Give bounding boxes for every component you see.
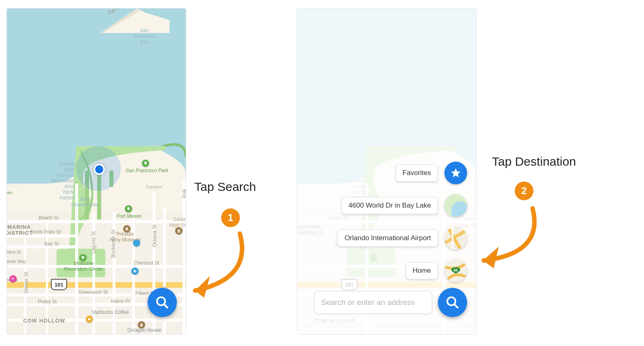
svg-text:85: 85 (454, 268, 458, 272)
callout-step2-arrow (463, 203, 553, 276)
gg-harbor-label: Golden Gate National Recreation Area Yac… (51, 162, 74, 201)
marina-district-label: MARINA DISTRICT (7, 224, 33, 237)
blue-dot-icon (133, 239, 140, 247)
svg-rect-14 (128, 228, 128, 230)
search-button[interactable] (438, 288, 467, 317)
highway-101-shield: 101 (51, 279, 67, 290)
recent-chip-1[interactable]: 4600 World Dr in Bay Lake (342, 197, 438, 214)
food-icon (9, 275, 17, 282)
sf-park-label: San Francisco Park (126, 168, 168, 174)
street-buchanan: Buchanan St (111, 230, 116, 258)
street-northpoint: North Point St (30, 229, 61, 235)
museum-icon (138, 321, 145, 328)
svg-rect-23 (141, 324, 141, 326)
road (92, 212, 95, 334)
callout-step1-arrow (175, 228, 260, 301)
search-placeholder: Search or enter an address (321, 298, 415, 307)
moscone-label: Moscone Recreation Center (64, 261, 103, 272)
road (46, 220, 48, 334)
favorites-chip[interactable]: Favorites (396, 164, 438, 182)
svg-marker-11 (125, 227, 128, 228)
galileo-label: Galileo High Scho (170, 217, 186, 228)
een-label: een (7, 190, 13, 195)
star-icon (450, 167, 461, 179)
map-screen-after: San Francisco Bay Golden Gate National R… (297, 8, 476, 335)
recent-row-1[interactable]: 4600 World Dr in Bay Lake (342, 194, 467, 217)
gas-icon (131, 267, 139, 275)
svg-rect-25 (140, 326, 143, 326)
svg-rect-22 (140, 324, 141, 326)
callout-step1-label: Tap Search (194, 180, 256, 194)
svg-rect-10 (83, 258, 83, 259)
search-input[interactable]: Search or enter an address (314, 291, 432, 314)
recent-chip-2[interactable]: Orlando International Airport (337, 230, 438, 247)
street-octavia: Octavia St (152, 225, 157, 247)
museum-icon (123, 225, 131, 232)
street-bay: Bay St (44, 241, 59, 247)
svg-marker-21 (140, 323, 143, 324)
current-location-dot (94, 164, 105, 175)
svg-rect-27 (88, 318, 90, 320)
bay-label: San Francisco Bay (134, 28, 155, 45)
search-button[interactable] (148, 288, 177, 317)
callout-step2-badge: 2 (515, 182, 533, 200)
octagon-label: Octagon House (127, 328, 161, 333)
road (7, 220, 186, 223)
callout-step1-badge: 1 (221, 208, 240, 227)
recent-row-home[interactable]: Home 85 (406, 259, 467, 282)
svg-rect-26 (134, 270, 135, 272)
starbucks-label: Starbucks Coffee (91, 310, 129, 315)
tree-icon (142, 160, 149, 167)
fort-mason-label: Fort Mason (117, 214, 141, 219)
street-chestnut: Chestnut St (134, 260, 159, 266)
svg-rect-6 (145, 164, 146, 165)
tree-icon (79, 254, 87, 261)
svg-line-39 (454, 304, 458, 308)
funston-label: Funston (146, 184, 162, 190)
street-harris: Harris Pl (111, 298, 130, 304)
svg-rect-8 (128, 209, 129, 210)
cow-hollow-label: COW HOLLOW (23, 318, 65, 324)
tree-icon (125, 205, 132, 212)
street-polk: Polk St (182, 189, 186, 198)
street-laguna: Laguna St (91, 231, 96, 254)
home-chip[interactable]: Home (406, 262, 438, 279)
favorites-row[interactable]: Favorites (396, 162, 467, 184)
coffee-icon (86, 315, 93, 323)
road-lombard (7, 282, 186, 288)
svg-rect-12 (126, 228, 126, 230)
road (7, 245, 75, 248)
callout-step2-label: Tap Destination (492, 155, 576, 169)
svg-rect-13 (126, 228, 127, 230)
map-screen-before: Pier 41 (7, 8, 186, 335)
street-greenwich: Greenwich St (78, 289, 108, 295)
gas-cove-label: Gas House Cove (71, 197, 98, 208)
recent-row-2[interactable]: Orlando International Airport (337, 227, 467, 250)
svg-marker-30 (451, 168, 460, 177)
street-pixley: Pixley St (38, 299, 57, 304)
search-icon (446, 296, 459, 309)
svg-rect-24 (142, 324, 143, 326)
street-beach: Beach St (39, 215, 59, 221)
svg-line-29 (164, 304, 168, 308)
street-mbra: mbra St (7, 250, 21, 254)
street-oledo: oledo Way (7, 259, 26, 264)
search-icon (155, 296, 169, 309)
street-steiner: Steiner St (23, 272, 29, 293)
map-canvas[interactable]: Pier 41 (7, 9, 186, 334)
favorites-star-thumb[interactable] (444, 162, 467, 184)
svg-rect-15 (125, 230, 128, 230)
